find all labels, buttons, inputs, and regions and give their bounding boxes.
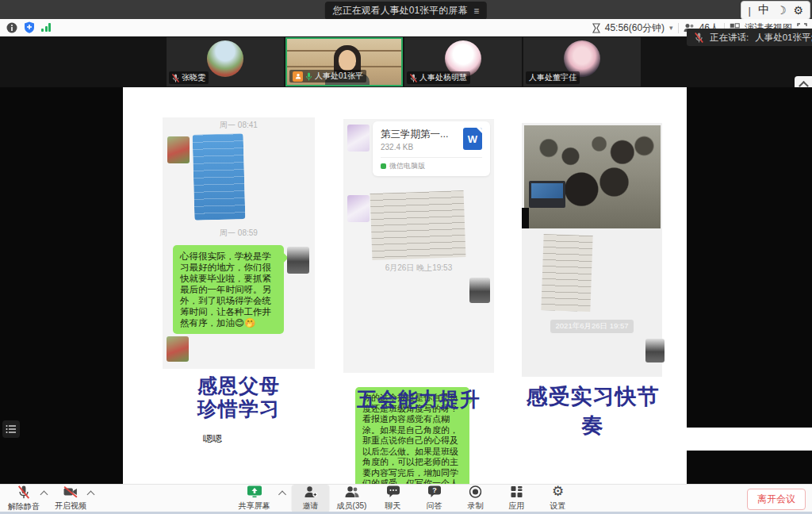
ime-lang-indicator[interactable]: 中: [758, 3, 769, 17]
file-message-card[interactable]: 第三学期第一... 232.4 KB W 微信电脑版: [373, 121, 490, 176]
file-source: 微信电脑版: [389, 161, 425, 171]
gear-icon: ⚙: [552, 485, 564, 498]
chat-timestamp: 6月26日 晚上19:53: [343, 263, 494, 274]
mic-muted-icon: [695, 33, 703, 43]
video-options-chevron[interactable]: [87, 491, 95, 499]
invite-button[interactable]: 邀请: [292, 485, 330, 512]
video-tile[interactable]: 张晓雯: [167, 37, 284, 86]
avatar: [645, 339, 665, 362]
photo-edge-bar: [522, 208, 529, 228]
qa-button[interactable]: ? 问答: [419, 485, 450, 512]
handwritten-note-photo: [370, 190, 466, 260]
gear-icon[interactable]: ⚙: [793, 4, 803, 17]
leave-meeting-button[interactable]: 离开会议: [747, 489, 806, 510]
avatar: [469, 278, 490, 303]
members-button[interactable]: 成员(35): [336, 485, 368, 512]
moon-icon[interactable]: ☽: [776, 4, 787, 17]
apps-button[interactable]: 应用: [501, 485, 533, 512]
avatar: [207, 40, 243, 77]
share-options-chevron[interactable]: [278, 491, 286, 499]
speaking-label: 正在讲话:: [710, 32, 749, 44]
chat-timestamp: 2021年6月26日 19:57: [522, 317, 662, 333]
meeting-timer: 45:56(60分钟): [605, 21, 665, 35]
caption-2: 五会能力提升: [343, 386, 494, 412]
speaking-name: 人事处01张平;: [755, 32, 812, 44]
mic-active-icon: [305, 72, 312, 81]
avatar: [167, 136, 190, 163]
participant-name: 人事处杨明慧: [419, 72, 467, 83]
video-tile[interactable]: 人事处董宇佳: [523, 37, 641, 86]
participant-name-chip: 人事处杨明慧: [407, 71, 470, 84]
divider: [381, 157, 482, 158]
apps-grid-icon: [511, 485, 523, 498]
chat-timestamp: 周一 08:59: [163, 228, 315, 239]
svg-text:?: ?: [432, 486, 437, 494]
mic-muted-icon: [410, 74, 417, 82]
network-signal-icon[interactable]: [41, 23, 51, 32]
chat-timestamp: 周一 08:41: [163, 120, 315, 131]
chat-bubble-icon: [386, 485, 400, 498]
meeting-info-icon[interactable]: [6, 22, 17, 33]
participant-name-chip: 人事处01张平: [289, 70, 366, 82]
watching-banner[interactable]: 您正在观看人事处01张平的屏幕 ≡: [325, 2, 487, 20]
chat-message-bubble: 心得很实际，学校是学习最好的地方，你们很快就要毕业啦，要抓紧最后的一年时间呀。另…: [173, 245, 284, 334]
toolbar-left-group: 解除静音 开启视频: [8, 485, 94, 512]
record-button[interactable]: 录制: [460, 485, 492, 512]
participant-name: 人事处01张平: [315, 71, 363, 82]
banner-menu-icon[interactable]: ≡: [473, 6, 479, 17]
unmute-button[interactable]: 解除静音: [8, 485, 40, 512]
mute-options-chevron[interactable]: [40, 491, 48, 499]
caption-3: 感受实习快节奏: [515, 382, 670, 439]
avatar: [347, 125, 370, 152]
mic-muted-icon: [17, 485, 30, 499]
share-screen-icon: [247, 485, 262, 498]
chat-reply-bubble: 嗯嗯: [195, 428, 812, 451]
divider: [678, 23, 679, 33]
side-panel-toggle-button[interactable]: [2, 420, 20, 438]
text-cursor-icon: |: [748, 5, 750, 17]
toolbar-center-group: 共享屏幕 邀请 成员(35) 聊天: [239, 485, 574, 512]
host-badge-icon: [293, 71, 303, 82]
file-size: 232.4 KB: [381, 143, 448, 152]
chat-button[interactable]: 聊天: [377, 485, 409, 512]
timer-dropdown-icon[interactable]: ▾: [669, 24, 673, 32]
share-screen-button[interactable]: 共享屏幕: [239, 485, 270, 512]
video-tile-active-speaker[interactable]: 人事处01张平: [285, 37, 403, 86]
participant-name-chip: 人事处董宇佳: [526, 71, 580, 84]
titlebar-left-icons: [6, 21, 51, 33]
wechat-pc-icon: [381, 163, 386, 169]
avatar: [167, 336, 189, 362]
participant-name: 张晓雯: [182, 72, 205, 83]
start-video-button[interactable]: 开启视频: [55, 485, 86, 512]
meeting-window: 您正在观看人事处01张平的屏幕 ≡ | 中 ☽ ⚙ 45:56(60分钟) ▾: [0, 0, 812, 514]
ime-panel[interactable]: | 中 ☽ ⚙: [741, 1, 810, 20]
list-icon: [6, 424, 17, 434]
question-bubble-icon: ?: [427, 485, 441, 498]
members-icon: [344, 485, 359, 498]
watching-banner-text: 您正在观看人事处01张平的屏幕: [333, 4, 467, 17]
avatar: [287, 247, 309, 274]
avatar: [347, 195, 370, 222]
participant-name: 人事处董宇佳: [529, 72, 576, 83]
speaking-indicator: 正在讲话: 人事处01张平;: [687, 29, 812, 46]
notebook-photo: [193, 133, 246, 221]
participant-name-chip: 张晓雯: [169, 71, 209, 84]
security-shield-icon[interactable]: [24, 21, 35, 33]
mic-muted-icon: [172, 74, 179, 82]
invite-person-icon: [304, 485, 317, 498]
top-banner-bar: 您正在观看人事处01张平的屏幕 ≡: [0, 0, 812, 19]
handwritten-note-photo: [541, 234, 592, 312]
file-title: 第三学期第一...: [381, 128, 448, 140]
record-icon: [469, 485, 482, 498]
classroom-photo: [524, 125, 661, 228]
word-file-icon: W: [463, 128, 482, 150]
settings-button[interactable]: ⚙ 设置: [542, 485, 574, 512]
video-tile[interactable]: 人事处杨明慧: [404, 37, 522, 86]
caption-1: 感恩父母 珍惜学习: [163, 374, 315, 420]
hourglass-icon: [592, 23, 600, 33]
camera-off-icon: [63, 485, 78, 498]
